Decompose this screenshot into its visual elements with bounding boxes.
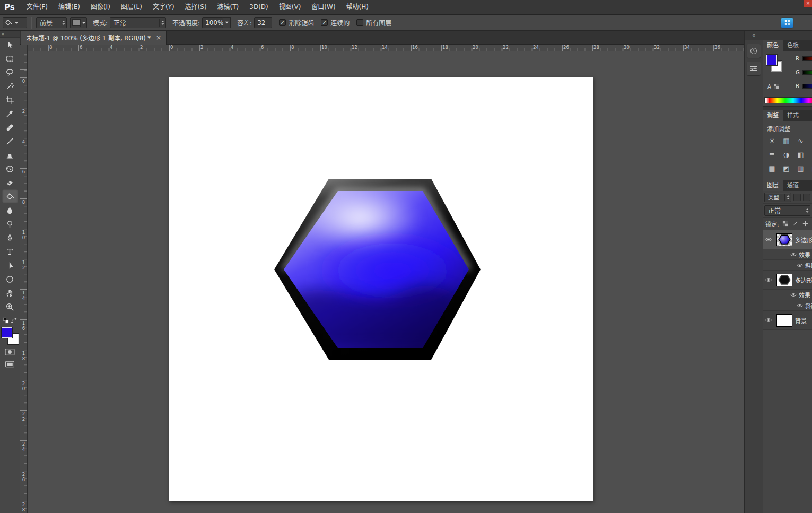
menu-image[interactable]: 图像(I) [85,0,116,14]
dodge-tool[interactable] [2,217,18,231]
mode-select[interactable]: 正常 [110,17,166,28]
tool-preset-picker[interactable] [3,17,27,28]
document-tab[interactable]: 未标题-1 @ 100% (多边形 1 副本, RGB/8) * × [21,31,167,45]
screen-mode-button[interactable] [2,359,18,369]
zoom-tool[interactable] [2,300,18,314]
lock-pixels-icon[interactable] [792,220,799,228]
spot-healing-brush-tool[interactable] [2,120,18,134]
layer-row[interactable]: 多边形 1 [763,271,812,290]
checkbox-box-contiguous[interactable]: ✓ [321,19,328,26]
window-close-button[interactable]: × [804,0,812,7]
close-icon[interactable]: × [156,34,161,41]
black-white-icon[interactable]: ◧ [794,147,807,161]
effects-row[interactable]: 效果 [763,290,812,300]
posterize-icon[interactable]: ▥ [794,161,807,175]
quick-selection-tool[interactable] [2,79,18,93]
layer-visibility-toggle[interactable] [763,230,774,249]
layer-thumbnail[interactable] [776,314,792,327]
clone-stamp-tool[interactable] [2,148,18,162]
opacity-stepper[interactable] [223,17,231,28]
checkbox-box-all-layers[interactable] [356,19,363,26]
eyedropper-tool[interactable] [2,107,18,120]
brush-tool[interactable] [2,134,18,148]
tab-color[interactable]: 颜色 [763,40,783,51]
effect-visibility-toggle[interactable] [797,303,803,308]
filter-kind-button[interactable] [793,194,801,201]
threshold-icon[interactable]: ◪ [808,161,812,175]
menu-select[interactable]: 选择(S) [180,0,212,14]
menu-type[interactable]: 文字(Y) [147,0,180,14]
foreground-color-swatch[interactable] [766,55,777,65]
tab-channels[interactable]: 通道 [783,180,803,191]
opacity-input[interactable]: 100% [202,17,223,28]
history-brush-tool[interactable] [2,162,18,176]
effect-row[interactable]: 斜面和浮雕 [763,300,812,311]
pattern-picker[interactable] [70,17,87,28]
menu-view[interactable]: 视图(V) [274,0,307,14]
menu-layer[interactable]: 图层(L) [116,0,147,14]
tab-adjustments[interactable]: 调整 [763,110,783,121]
history-panel-icon[interactable] [747,44,761,58]
horizontal-type-tool[interactable] [2,245,18,258]
blur-tool[interactable] [2,203,18,217]
channel-slider-B[interactable] [802,84,812,89]
layer-thumbnail[interactable] [776,274,792,286]
color-lookup-icon[interactable]: ▤ [765,161,779,175]
effects-row[interactable]: 效果 [763,249,812,260]
checkbox-contiguous[interactable]: ✓连续的 [321,18,350,27]
lock-position-icon[interactable] [802,220,809,228]
layer-row[interactable]: 多边形 1 副本 [763,230,812,249]
effect-visibility-toggle[interactable] [790,253,797,257]
menu-edit[interactable]: 编辑(E) [53,0,85,14]
tolerance-input[interactable]: 32 [254,17,272,28]
eraser-tool[interactable] [2,176,18,189]
menu-file[interactable]: 文件(F) [21,0,53,14]
foreground-color-swatch[interactable] [2,327,12,338]
invert-icon[interactable]: ◩ [780,161,793,175]
effect-row[interactable]: 斜面和浮雕 [763,260,812,271]
layer-thumbnail[interactable] [776,233,792,246]
brightness-contrast-icon[interactable]: ☀ [765,134,779,147]
path-selection-tool[interactable] [2,258,18,272]
channel-slider-R[interactable] [802,56,812,61]
hand-tool[interactable] [2,286,18,300]
fill-source-select[interactable]: 前景 [36,17,67,28]
dock-expand-button[interactable]: « [745,31,763,40]
checkbox-all-layers[interactable]: 所有图层 [356,18,391,27]
crop-tool[interactable] [2,93,18,107]
layer-visibility-toggle[interactable] [763,271,774,289]
menu-filter[interactable]: 滤镜(T) [212,0,245,14]
color-spectrum-ramp[interactable] [764,97,812,103]
menu-help[interactable]: 帮助(H) [341,0,374,14]
menu-3d[interactable]: 3D(D) [244,0,273,14]
move-tool[interactable] [2,38,18,51]
curves-icon[interactable]: ∿ [794,134,807,147]
quick-mask-button[interactable] [2,346,18,357]
checkbox-antialias[interactable]: ✓消除锯齿 [279,18,314,27]
ellipse-tool[interactable] [2,272,18,286]
effect-visibility-toggle[interactable] [797,263,803,267]
effect-visibility-toggle[interactable] [790,293,797,297]
color-balance-icon[interactable]: ◑ [780,147,793,161]
lasso-tool[interactable] [2,65,18,79]
tab-swatches[interactable]: 色板 [783,40,803,51]
blend-mode-select[interactable]: 正常 [764,205,810,216]
levels-icon[interactable]: ▦ [780,134,793,147]
menu-window[interactable]: 窗口(W) [306,0,340,14]
pen-tool[interactable] [2,231,18,245]
channel-slider-G[interactable] [802,70,812,75]
swap-colors-icon[interactable] [11,317,17,324]
paint-bucket-tool[interactable] [2,189,18,203]
photo-filter-icon[interactable]: ◎ [808,147,812,161]
properties-panel-icon[interactable] [747,62,761,75]
lock-transparency-icon[interactable] [782,220,789,228]
exposure-icon[interactable]: ± [808,134,812,147]
hue-saturation-icon[interactable]: ≡ [765,147,779,161]
layer-visibility-toggle[interactable] [763,311,774,329]
layer-row[interactable]: 背景 [763,311,812,330]
checkbox-box-antialias[interactable]: ✓ [279,19,286,26]
layer-filter-select[interactable]: 类型 [764,193,791,202]
tab-layers[interactable]: 图层 [763,180,783,191]
tab-styles[interactable]: 样式 [783,110,803,121]
filter-effect-button[interactable] [803,194,810,201]
